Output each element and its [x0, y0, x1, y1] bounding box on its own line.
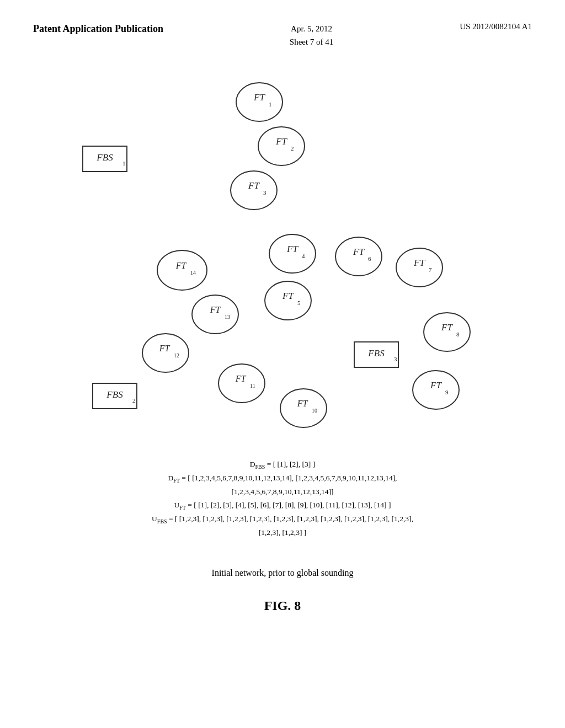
svg-text:11: 11	[250, 383, 255, 389]
header-date: Apr. 5, 2012	[291, 24, 332, 33]
equations-section: DFBS = [ [1], [2], [3] ] DFT = [ [1,2,3,…	[0, 458, 565, 539]
svg-text:FBS: FBS	[367, 348, 385, 358]
figure-caption: Initial network, prior to global soundin…	[0, 568, 565, 578]
svg-text:3: 3	[394, 356, 397, 362]
svg-text:10: 10	[312, 408, 317, 414]
svg-text:FBS: FBS	[106, 389, 123, 400]
page-header: Patent Application Publication Apr. 5, 2…	[0, 22, 565, 49]
figure-number-text: FIG. 8	[264, 598, 301, 613]
equation-u-ft: UFT = [ [1], [2], [3], [4], [5], [6], [7…	[0, 499, 565, 512]
svg-text:1: 1	[122, 160, 126, 167]
svg-text:5: 5	[297, 299, 301, 306]
svg-text:9: 9	[445, 389, 449, 395]
svg-text:FT: FT	[210, 305, 221, 314]
svg-text:14: 14	[190, 270, 196, 276]
figure-label: FIG. 8	[0, 598, 565, 613]
svg-text:FT: FT	[282, 291, 294, 301]
equation-u-fbs-line1: UFBS = [ [1,2,3], [1,2,3], [1,2,3], [1,2…	[0, 512, 565, 526]
svg-text:FT: FT	[175, 261, 187, 270]
svg-text:FT: FT	[235, 374, 247, 383]
svg-text:FT: FT	[275, 136, 287, 147]
svg-text:13: 13	[225, 314, 230, 320]
svg-text:FBS: FBS	[96, 152, 113, 163]
svg-text:4: 4	[302, 253, 305, 259]
header-publication-title: Patent Application Publication	[33, 22, 163, 36]
svg-text:2: 2	[132, 397, 136, 404]
diagram-area: FT 1 FT 2 FT 3 FBS 1 FT 14 FT 4 FT 6 FT …	[33, 72, 532, 447]
header-sheet: Sheet 7 of 41	[290, 38, 334, 46]
svg-text:FT: FT	[353, 247, 365, 257]
svg-text:FT: FT	[159, 344, 170, 353]
svg-text:6: 6	[368, 255, 371, 262]
svg-text:FT: FT	[413, 258, 425, 268]
svg-text:2: 2	[291, 145, 294, 152]
equation-d-ft-line2: [1,2,3,4,5,6,7,8,9,10,11,12,13,14]]	[0, 485, 565, 499]
equation-d-fbs: DFBS = [ [1], [2], [3] ]	[0, 458, 565, 472]
svg-text:FT: FT	[253, 92, 265, 103]
svg-point-30	[142, 334, 189, 372]
svg-point-27	[192, 295, 238, 334]
diagram-svg: FT 1 FT 2 FT 3 FBS 1 FT 14 FT 4 FT 6 FT …	[33, 72, 532, 447]
svg-text:7: 7	[429, 266, 432, 273]
header-center-info: Apr. 5, 2012 Sheet 7 of 41	[290, 22, 334, 49]
svg-text:FT: FT	[297, 399, 308, 408]
svg-point-36	[218, 364, 265, 403]
svg-text:1: 1	[269, 101, 272, 108]
svg-text:12: 12	[174, 352, 179, 358]
equation-d-ft-line1: DFT = [ [1,2,3,4,5,6,7,8,9,10,11,12,13,1…	[0, 472, 565, 485]
svg-text:FT: FT	[286, 244, 299, 254]
svg-text:FT: FT	[441, 322, 453, 333]
svg-text:3: 3	[263, 189, 266, 196]
svg-text:FT: FT	[248, 180, 260, 191]
header-patent-number: US 2012/0082104 A1	[460, 22, 532, 31]
svg-text:8: 8	[456, 331, 460, 338]
svg-point-39	[280, 389, 327, 427]
svg-point-12	[157, 250, 207, 290]
svg-text:FT: FT	[430, 380, 442, 390]
equation-u-fbs-line2: [1,2,3], [1,2,3] ]	[0, 526, 565, 539]
caption-text: Initial network, prior to global soundin…	[212, 568, 354, 577]
